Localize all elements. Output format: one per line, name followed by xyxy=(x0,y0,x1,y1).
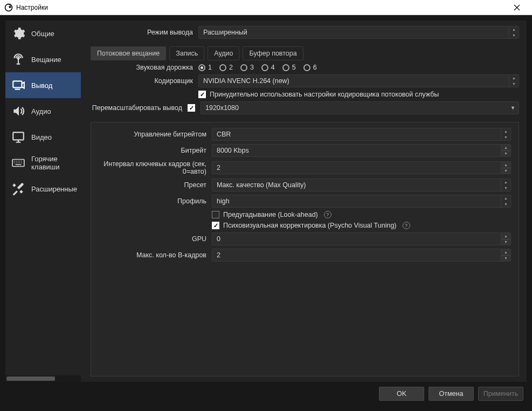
enforce-row: Принудительно использовать настройки код… xyxy=(91,91,519,98)
rate-control-label: Управление битрейтом xyxy=(93,131,212,138)
monitor-icon xyxy=(11,129,26,145)
chevron-down-icon: ▼ xyxy=(510,105,515,111)
audio-track-radio-2[interactable]: 2 xyxy=(219,64,233,71)
tab-audio[interactable]: Аудио xyxy=(208,46,239,60)
audio-track-row: Звуковая дорожка 1 2 3 4 5 6 xyxy=(91,64,519,71)
help-icon[interactable]: ? xyxy=(403,222,410,229)
sidebar-item-label: Расширенные xyxy=(31,185,77,193)
ok-button[interactable]: OK xyxy=(379,387,424,401)
broadcast-icon xyxy=(11,52,26,67)
cancel-button[interactable]: Отмена xyxy=(429,387,474,401)
apply-button[interactable]: Применить xyxy=(478,387,523,401)
enforce-label: Принудительно использовать настройки код… xyxy=(210,91,439,98)
updown-icon: ▲▼ xyxy=(501,145,510,156)
sidebar-item-label: Аудио xyxy=(31,107,51,115)
tabs: Потоковое вещание Запись Аудио Буфер пов… xyxy=(91,46,519,60)
settings-window: Настройки Общие Вещание xyxy=(0,0,532,411)
updown-icon: ▲▼ xyxy=(509,75,519,87)
profile-label: Профиль xyxy=(93,197,212,205)
sidebar-item-label: Вывод xyxy=(31,81,52,90)
keyboard-icon xyxy=(11,155,26,170)
audio-track-radio-3[interactable]: 3 xyxy=(240,64,254,71)
keyframe-label: Интервал ключевых кадров (сек, 0=авто) xyxy=(93,160,212,175)
audio-track-label: Звуковая дорожка xyxy=(91,64,198,71)
output-mode-row: Режим вывода Расширенный ▲▼ xyxy=(91,26,519,39)
updown-icon: ▲▼ xyxy=(501,162,510,174)
help-icon[interactable]: ? xyxy=(324,211,331,218)
sidebar-scrollbar[interactable] xyxy=(5,375,81,382)
titlebar: Настройки xyxy=(0,0,532,15)
rescale-label: Перемасштабировать вывод xyxy=(91,104,188,112)
preset-label: Пресет xyxy=(93,181,212,189)
bitrate-label: Битрейт xyxy=(93,147,212,154)
updown-icon: ▲▼ xyxy=(501,233,510,245)
svg-point-1 xyxy=(9,5,11,8)
profile-select[interactable]: high▲▼ xyxy=(212,195,511,208)
psycho-checkbox[interactable] xyxy=(212,222,219,229)
psycho-label: Психовизуальная корректировка (Psycho Vi… xyxy=(223,222,397,229)
sidebar-item-label: Общие xyxy=(31,30,54,38)
lookahead-checkbox[interactable] xyxy=(212,211,219,218)
sidebar-item-label: Вещание xyxy=(31,56,61,64)
audio-track-radio-5[interactable]: 5 xyxy=(282,64,296,71)
bitrate-spin[interactable]: 8000 Kbps▲▼ xyxy=(212,144,511,157)
preset-select[interactable]: Макс. качество (Max Quality)▲▼ xyxy=(212,179,511,191)
updown-icon: ▲▼ xyxy=(501,128,510,140)
rescale-combo[interactable]: 1920x1080 ▼ xyxy=(201,101,519,114)
sidebar-item-label: Горячие клавиши xyxy=(31,155,75,171)
output-mode-label: Режим вывода xyxy=(91,29,198,36)
rescale-value: 1920x1080 xyxy=(205,104,239,112)
updown-icon: ▲▼ xyxy=(501,249,510,261)
tools-icon xyxy=(11,181,26,196)
audio-track-radio-4[interactable]: 4 xyxy=(261,64,275,71)
rate-control-select[interactable]: CBR▲▼ xyxy=(212,128,511,141)
sidebar-item-video[interactable]: Видео xyxy=(5,124,81,150)
encoder-row: Кодировщик NVIDIA NVENC H.264 (new) ▲▼ xyxy=(91,74,519,87)
lookahead-label: Предугадывание (Look-ahead) xyxy=(223,211,318,218)
rescale-row: Перемасштабировать вывод 1920x1080 ▼ xyxy=(91,101,519,114)
sidebar-item-advanced[interactable]: Расширенные xyxy=(5,176,81,202)
updown-icon: ▲▼ xyxy=(501,195,510,207)
encoder-value: NVIDIA NVENC H.264 (new) xyxy=(203,77,289,85)
close-button[interactable] xyxy=(506,0,528,15)
encoder-label: Кодировщик xyxy=(91,77,198,85)
window-body: Общие Вещание Вывод xyxy=(0,15,532,411)
rescale-checkbox[interactable] xyxy=(188,104,195,112)
sidebar-item-label: Видео xyxy=(31,133,52,141)
keyframe-spin[interactable]: 2▲▼ xyxy=(212,161,511,174)
window-title: Настройки xyxy=(16,4,48,11)
encoder-select[interactable]: NVIDIA NVENC H.264 (new) ▲▼ xyxy=(198,74,519,87)
svg-rect-3 xyxy=(13,81,22,87)
audio-track-radio-1[interactable]: 1 xyxy=(198,64,212,71)
output-mode-value: Расширенный xyxy=(203,29,247,36)
sidebar: Общие Вещание Вывод xyxy=(5,20,81,382)
app-icon xyxy=(4,3,13,12)
sidebar-item-general[interactable]: Общие xyxy=(5,20,81,46)
output-mode-select[interactable]: Расширенный ▲▼ xyxy=(198,26,519,39)
output-icon xyxy=(11,78,26,93)
bframes-spin[interactable]: 2▲▼ xyxy=(212,249,511,262)
footer: OK Отмена Применить xyxy=(5,382,527,406)
tab-streaming[interactable]: Потоковое вещание xyxy=(91,46,166,60)
svg-rect-4 xyxy=(13,132,24,140)
speaker-icon xyxy=(11,104,26,119)
gear-icon xyxy=(11,26,26,41)
tab-recording[interactable]: Запись xyxy=(169,46,204,60)
updown-icon: ▲▼ xyxy=(501,179,510,191)
enforce-checkbox[interactable] xyxy=(198,91,206,98)
encoder-settings-panel: Управление битрейтом CBR▲▼ Битрейт 8000 … xyxy=(91,122,519,376)
sidebar-item-audio[interactable]: Аудио xyxy=(5,98,81,124)
audio-track-radio-6[interactable]: 6 xyxy=(303,64,317,71)
updown-icon: ▲▼ xyxy=(509,26,519,38)
sidebar-item-hotkeys[interactable]: Горячие клавиши xyxy=(5,150,81,176)
main-content: Режим вывода Расширенный ▲▼ Потоковое ве… xyxy=(81,20,527,382)
gpu-spin[interactable]: 0▲▼ xyxy=(212,232,511,245)
gpu-label: GPU xyxy=(93,235,212,243)
tab-replay-buffer[interactable]: Буфер повтора xyxy=(243,46,303,60)
sidebar-item-stream[interactable]: Вещание xyxy=(5,46,81,72)
bframes-label: Макс. кол-во B-кадров xyxy=(93,251,212,259)
sidebar-item-output[interactable]: Вывод xyxy=(5,72,81,98)
